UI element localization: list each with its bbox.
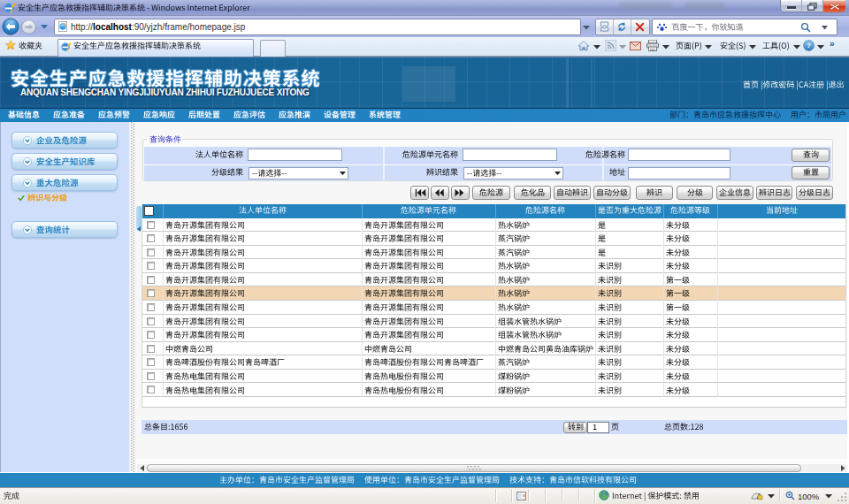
svg-text:?: ?: [807, 42, 811, 50]
